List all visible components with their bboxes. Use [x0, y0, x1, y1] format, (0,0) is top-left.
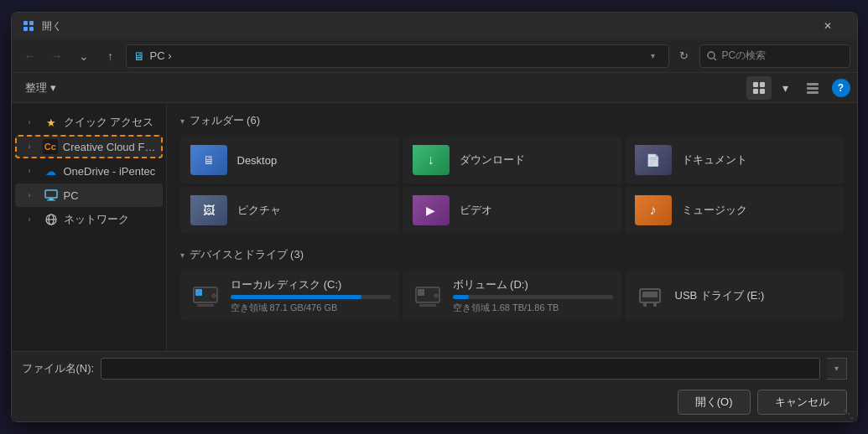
- svg-rect-10: [807, 83, 819, 85]
- desktop-folder-icon: 🖥: [189, 143, 229, 177]
- folders-section-header: ▾ フォルダー (6): [180, 113, 844, 128]
- drives-section-header: ▾ デバイスとドライブ (3): [180, 247, 844, 262]
- drive-item-e[interactable]: USB ドライブ (E:): [625, 271, 844, 321]
- svg-rect-9: [760, 89, 765, 94]
- sidebar-item-pc[interactable]: › PC: [15, 183, 163, 207]
- folder-item-documents[interactable]: 📄 ドキュメント: [625, 137, 844, 183]
- svg-rect-12: [807, 91, 819, 94]
- address-path: PC ›: [150, 49, 172, 62]
- drives-section-label: デバイスとドライブ (3): [190, 247, 304, 262]
- pc-chevron: ›: [29, 191, 39, 199]
- svg-rect-11: [807, 87, 819, 90]
- folder-item-pictures[interactable]: 🖼 ピクチャ: [180, 187, 399, 234]
- organize-chevron: ▾: [50, 81, 56, 94]
- c-drive-bar-bg: [231, 295, 391, 299]
- svg-rect-3: [29, 27, 34, 31]
- window-icon: [22, 19, 35, 33]
- drive-grid: ローカル ディスク (C:) 空き領域 87.1 GB/476 GB: [180, 271, 844, 321]
- grid-view-button[interactable]: [746, 76, 772, 100]
- music-folder-label: ミュージック: [682, 203, 747, 218]
- address-bar-row: ← → ⌄ ↑ 🖥 PC › ▾ ↻ PCの検索: [12, 39, 857, 73]
- svg-rect-30: [653, 302, 657, 307]
- window-title: 開く: [42, 19, 62, 34]
- svg-rect-25: [418, 289, 424, 296]
- sidebar-item-creative-cloud[interactable]: › Cc Creative Cloud Files: [15, 135, 163, 158]
- cancel-button[interactable]: キャンセル: [757, 390, 847, 415]
- videos-folder-icon: ▶: [411, 194, 451, 227]
- help-button[interactable]: ?: [832, 79, 850, 97]
- network-label: ネットワーク: [64, 212, 129, 227]
- organize-label: 整理: [25, 80, 47, 96]
- svg-rect-8: [753, 89, 758, 94]
- main-area: › ★ クイック アクセス › Cc Creative Cloud Files …: [12, 103, 857, 351]
- drive-item-c[interactable]: ローカル ディスク (C:) 空き領域 87.1 GB/476 GB: [180, 271, 399, 321]
- search-placeholder: PCの検索: [722, 49, 767, 63]
- up-button[interactable]: ↑: [99, 44, 122, 68]
- back-button[interactable]: ←: [18, 44, 42, 68]
- c-drive-icon: [189, 279, 222, 313]
- open-button[interactable]: 開く(O): [678, 390, 751, 415]
- pc-sidebar-icon: [44, 188, 59, 203]
- folder-item-downloads[interactable]: ↓ ダウンロード: [403, 137, 621, 183]
- quick-access-label: クイック アクセス: [64, 115, 154, 130]
- d-drive-bar-bg: [453, 295, 613, 299]
- svg-rect-6: [753, 82, 758, 87]
- sidebar-item-quick-access[interactable]: › ★ クイック アクセス: [15, 111, 163, 134]
- folder-item-desktop[interactable]: 🖥 Desktop: [180, 137, 399, 183]
- action-bar: 開く(O) キャンセル: [12, 385, 857, 421]
- toolbar-row: 整理 ▾ ▾ ?: [12, 73, 857, 103]
- title-bar: 開く ✕: [12, 13, 857, 39]
- folder-grid: 🖥 Desktop ↓ ダウンロード: [180, 137, 844, 234]
- recent-button[interactable]: ⌄: [72, 44, 96, 68]
- filename-input[interactable]: [101, 358, 819, 380]
- onedrive-label: OneDrive - iPentec: [64, 165, 156, 178]
- network-chevron: ›: [29, 215, 39, 224]
- sidebar-item-onedrive[interactable]: › ☁ OneDrive - iPentec: [15, 159, 163, 183]
- filename-dropdown[interactable]: ▾: [827, 358, 847, 380]
- svg-rect-29: [643, 302, 647, 307]
- svg-rect-7: [760, 82, 765, 87]
- videos-folder-label: ビデオ: [460, 203, 492, 218]
- filename-label: ファイル名(N):: [22, 361, 95, 376]
- svg-rect-23: [197, 304, 214, 307]
- e-drive-name: USB ドライブ (E:): [675, 288, 835, 303]
- svg-rect-0: [23, 21, 28, 25]
- address-dropdown-icon[interactable]: ▾: [645, 51, 662, 60]
- svg-rect-1: [29, 21, 34, 25]
- refresh-button[interactable]: ↻: [673, 44, 696, 68]
- resize-grip[interactable]: ⋱: [844, 408, 854, 420]
- sidebar: › ★ クイック アクセス › Cc Creative Cloud Files …: [12, 103, 167, 351]
- c-drive-bar-fill: [231, 295, 362, 299]
- folder-item-music[interactable]: ♪ ミュージック: [625, 187, 844, 234]
- folder-item-videos[interactable]: ▶ ビデオ: [403, 187, 621, 234]
- pictures-folder-icon: 🖼: [189, 194, 229, 227]
- c-drive-info: ローカル ディスク (C:) 空き領域 87.1 GB/476 GB: [231, 277, 391, 314]
- title-bar-left: 開く: [22, 19, 62, 34]
- close-button[interactable]: ✕: [808, 13, 847, 39]
- onedrive-chevron: ›: [29, 167, 39, 175]
- search-box[interactable]: PCの検索: [699, 44, 850, 68]
- view-buttons: ▾: [746, 76, 825, 100]
- downloads-folder-icon: ↓: [411, 143, 451, 177]
- c-drive-name: ローカル ディスク (C:): [231, 277, 391, 292]
- desktop-folder-label: Desktop: [237, 154, 278, 167]
- pc-label: PC: [64, 189, 79, 202]
- d-drive-icon: [411, 279, 444, 313]
- drive-item-d[interactable]: ボリューム (D:) 空き領域 1.68 TB/1.86 TB: [403, 271, 621, 321]
- details-view-button[interactable]: ▾: [773, 76, 798, 100]
- sidebar-item-network[interactable]: › ネットワーク: [15, 208, 163, 231]
- onedrive-icon: ☁: [44, 163, 59, 178]
- list-view-button[interactable]: [800, 76, 825, 100]
- star-icon: ★: [44, 115, 59, 130]
- svg-rect-31: [642, 292, 657, 297]
- svg-rect-21: [195, 289, 202, 296]
- address-box[interactable]: 🖥 PC › ▾: [126, 44, 669, 68]
- list-view-icon: [806, 81, 819, 95]
- downloads-folder-label: ダウンロード: [460, 152, 525, 168]
- filename-bar: ファイル名(N): ▾: [12, 351, 857, 385]
- organize-button[interactable]: 整理 ▾: [18, 77, 63, 99]
- forward-button[interactable]: →: [45, 44, 69, 68]
- svg-point-4: [708, 52, 715, 59]
- folders-section-label: フォルダー (6): [190, 113, 261, 128]
- svg-point-22: [212, 294, 216, 297]
